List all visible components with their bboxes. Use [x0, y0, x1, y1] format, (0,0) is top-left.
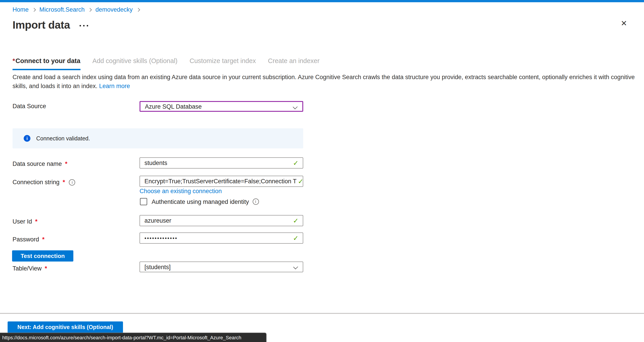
table-view-label: Table/View* — [12, 265, 47, 272]
link-preview-status-bar: https://docs.microsoft.com/azure/search/… — [0, 332, 266, 342]
data-source-name-label: Data source name* — [12, 160, 67, 167]
chevron-right-icon — [136, 8, 140, 12]
required-asterisk: * — [45, 265, 47, 272]
user-id-label: User Id* — [12, 218, 38, 225]
chevron-down-icon — [293, 104, 298, 109]
intro-text: Create and load a search index using dat… — [12, 73, 635, 90]
info-icon[interactable]: i — [69, 179, 75, 185]
password-label: Password* — [12, 236, 44, 243]
breadcrumb: Home Microsoft.Search demovedecky — [12, 6, 139, 13]
footer-divider — [0, 313, 644, 314]
valid-check-icon: ✓ — [298, 178, 304, 186]
import-data-page: Home Microsoft.Search demovedecky Import… — [0, 0, 644, 342]
tab-create-an-indexer[interactable]: Create an indexer — [268, 57, 320, 70]
chevron-right-icon — [32, 8, 36, 12]
top-accent-bar — [0, 0, 644, 2]
required-asterisk: * — [35, 218, 38, 225]
breadcrumb-microsoft-search[interactable]: Microsoft.Search — [39, 6, 85, 13]
test-connection-button[interactable]: Test connection — [12, 250, 73, 262]
managed-identity-row: Authenticate using managed identity i — [140, 198, 259, 205]
valid-check-icon: ✓ — [293, 217, 298, 225]
next-step-button[interactable]: Next: Add cognitive skills (Optional) — [8, 322, 123, 333]
connection-string-label: Connection string* i — [12, 179, 75, 186]
status-url: https://docs.microsoft.com/azure/search/… — [2, 335, 241, 340]
managed-identity-label: Authenticate using managed identity — [152, 198, 249, 205]
more-actions-icon[interactable] — [78, 23, 90, 28]
connection-validated-banner: i Connection validated. — [12, 128, 303, 148]
tab-add-cognitive-skills[interactable]: Add cognitive skills (Optional) — [92, 57, 177, 70]
close-icon[interactable]: ✕ — [621, 20, 627, 27]
table-view-dropdown[interactable]: [students] — [140, 262, 303, 272]
page-title: Import data — [12, 19, 70, 31]
user-id-input[interactable] — [140, 215, 303, 226]
learn-more-link[interactable]: Learn more — [99, 82, 130, 89]
choose-existing-connection-link[interactable]: Choose an existing connection — [140, 188, 222, 194]
tab-connect-to-your-data[interactable]: *Connect to your data — [12, 57, 80, 70]
required-asterisk: * — [65, 160, 68, 167]
chevron-down-icon — [293, 264, 298, 269]
banner-text: Connection validated. — [36, 135, 90, 142]
data-source-name-input[interactable] — [140, 157, 303, 168]
required-asterisk: * — [12, 57, 15, 64]
managed-identity-checkbox[interactable] — [140, 198, 147, 205]
info-icon: i — [24, 135, 30, 142]
info-icon[interactable]: i — [252, 198, 259, 205]
connection-string-input[interactable] — [140, 176, 303, 187]
required-asterisk: * — [42, 236, 45, 243]
tab-customize-target-index[interactable]: Customize target index — [190, 57, 256, 70]
valid-check-icon: ✓ — [293, 159, 298, 167]
required-asterisk: * — [62, 179, 65, 186]
breadcrumb-home[interactable]: Home — [12, 6, 28, 13]
chevron-right-icon — [88, 8, 92, 12]
data-source-dropdown[interactable]: Azure SQL Database — [140, 101, 303, 112]
data-source-label: Data Source — [12, 103, 46, 110]
breadcrumb-demovedecky[interactable]: demovedecky — [96, 6, 133, 13]
valid-check-icon: ✓ — [293, 234, 298, 242]
wizard-tabs: *Connect to your data Add cognitive skil… — [12, 57, 320, 70]
password-input[interactable] — [140, 232, 303, 244]
